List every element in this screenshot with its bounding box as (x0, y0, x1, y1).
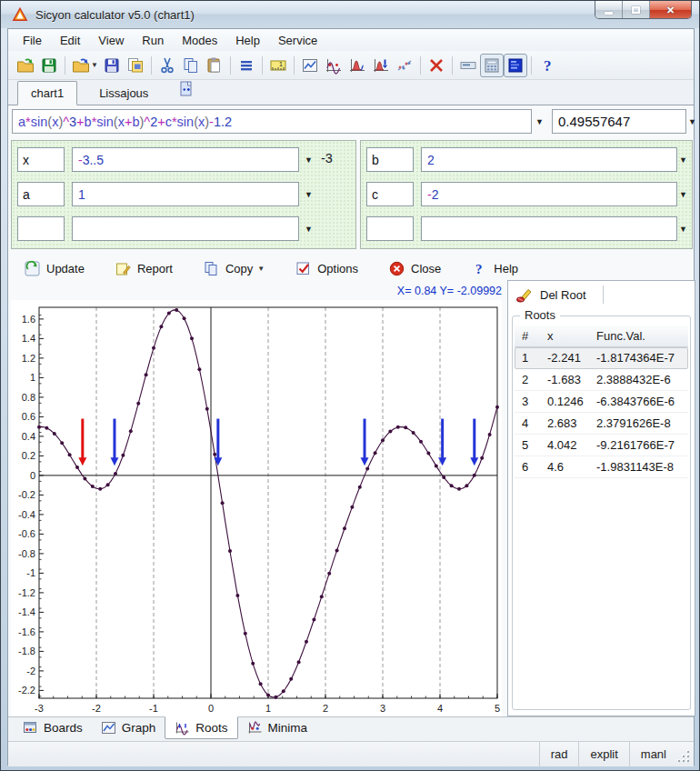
status-explicit-mode: explit (578, 742, 628, 766)
find-extrema-icon[interactable] (345, 54, 369, 77)
close-chart-button[interactable]: Close (389, 261, 441, 276)
toolbar-separator (452, 56, 453, 75)
calculator-panel-icon[interactable] (480, 54, 504, 77)
root-row-3[interactable]: 30.1246-6.3843766E-6 (515, 391, 688, 413)
svg-text:?: ? (475, 262, 483, 276)
copy-button[interactable]: Copy ▼ (204, 261, 265, 276)
root-row-2[interactable]: 2-1.6832.3888432E-6 (515, 369, 688, 391)
var-value-field[interactable]: -3..5 (72, 147, 299, 172)
new-chart-icon[interactable] (177, 80, 195, 101)
toggle-ribbon-icon[interactable] (456, 54, 480, 77)
var-dropdown-icon[interactable]: ▼ (679, 190, 687, 199)
minimize-button[interactable] (595, 1, 623, 19)
minima-icon (247, 720, 263, 736)
var-value-field[interactable] (72, 216, 299, 241)
update-button[interactable]: Update (25, 261, 85, 276)
find-roots-icon[interactable] (322, 54, 345, 77)
var-name-field[interactable]: c (366, 182, 414, 206)
svg-text:1.2: 1.2 (22, 353, 35, 364)
svg-text:0: 0 (30, 470, 35, 481)
options-button[interactable]: Options (295, 261, 358, 276)
toolbar-separator (230, 56, 231, 75)
result-field[interactable]: 0.49557647 (552, 109, 686, 134)
tab-lissajous[interactable]: Lissajous (86, 82, 161, 105)
svg-text:0.4: 0.4 (22, 431, 35, 442)
menu-edit[interactable]: Edit (51, 31, 89, 50)
action-button-row: Update Report Copy ▼ Options Close ? H (8, 253, 694, 284)
var-value-field[interactable]: 2 (421, 147, 677, 172)
root-row-6[interactable]: 64.6-1.9831143E-8 (515, 456, 688, 478)
svg-text:0.6: 0.6 (22, 411, 35, 422)
copy-icon (204, 261, 219, 276)
menu-help[interactable]: Help (226, 31, 269, 50)
curve-fit-icon[interactable] (393, 54, 416, 77)
maximize-button[interactable] (623, 1, 650, 19)
title-bar[interactable]: Sicyon calculator v5.0 (chart1) ✕ (1, 1, 699, 28)
save-icon[interactable] (37, 54, 61, 77)
root-row-4[interactable]: 42.6832.3791626E-8 (515, 413, 688, 435)
var-dropdown-icon[interactable]: ▼ (305, 225, 313, 234)
delete-icon[interactable] (425, 54, 448, 77)
copy-icon[interactable] (179, 54, 203, 77)
tab-minima[interactable]: Minima (238, 717, 317, 738)
paste-icon[interactable] (203, 54, 226, 77)
var-name-field[interactable] (17, 216, 65, 241)
var-name-field[interactable]: b (366, 147, 414, 172)
var-dropdown-icon[interactable]: ▼ (679, 155, 687, 165)
svg-text:5: 5 (495, 703, 500, 714)
open-icon[interactable] (14, 54, 37, 77)
result-dropdown-icon[interactable]: ▼ (688, 117, 696, 126)
var-name-field[interactable] (366, 216, 414, 241)
root-row-1[interactable]: 1-2.241-1.8174364E-7 (515, 347, 688, 369)
boards-panel-icon[interactable] (504, 54, 527, 77)
maximize-icon (632, 6, 640, 14)
cut-icon[interactable] (155, 54, 179, 77)
open-chart-icon[interactable] (69, 54, 93, 77)
insert-plot-icon[interactable] (298, 54, 322, 77)
svg-text:-2.2: -2.2 (18, 685, 35, 696)
var-dropdown-icon[interactable]: ▼ (305, 190, 313, 199)
var-dropdown-icon[interactable]: ▼ (305, 155, 313, 165)
var-value-field[interactable]: 1 (72, 182, 299, 206)
var-name-field[interactable]: x (17, 147, 65, 172)
tab-roots[interactable]: Roots (165, 716, 237, 739)
menu-service[interactable]: Service (269, 31, 326, 50)
copy-dropdown-icon[interactable]: ▼ (257, 265, 265, 273)
roots-group-title: Roots (520, 308, 560, 322)
var-value-field[interactable] (421, 216, 677, 241)
integrate-icon[interactable] (369, 54, 393, 77)
resize-grip[interactable] (679, 752, 691, 764)
var-value-field[interactable]: -2 (421, 182, 677, 206)
tab-boards[interactable]: Boards (14, 717, 92, 738)
toolbar-separator (262, 56, 263, 75)
root-row-5[interactable]: 54.042-9.2161766E-7 (515, 435, 688, 456)
var-dropdown-icon[interactable]: ▼ (679, 225, 687, 234)
save-chart-icon[interactable] (100, 54, 124, 77)
help-icon[interactable]: ? (535, 54, 559, 77)
var-name-field[interactable]: a (17, 182, 65, 206)
open-chart-dropdown-icon[interactable]: ▼ (91, 61, 98, 69)
paste-special-icon[interactable] (124, 54, 147, 77)
units-icon[interactable]: 1 (266, 54, 290, 77)
svg-text:-1.8: -1.8 (18, 646, 35, 656)
menu-run[interactable]: Run (133, 31, 173, 50)
tab-graph[interactable]: Graph (92, 717, 165, 738)
formula-input[interactable]: a*sin(x)^3+b*sin(x+b)^2+c*sin(x)-1.2 (12, 109, 532, 134)
svg-text:3: 3 (380, 703, 385, 714)
tab-chart1[interactable]: chart1 (17, 81, 77, 105)
report-icon (115, 261, 131, 276)
variables-group-left: x -3..5 ▼ -3 a 1 ▼ ▼ (11, 140, 356, 249)
report-button[interactable]: Report (115, 261, 173, 276)
menu-file[interactable]: File (14, 31, 51, 50)
align-boards-icon[interactable] (235, 54, 258, 77)
del-root-icon[interactable] (515, 286, 533, 304)
close-button[interactable]: ✕ (650, 1, 691, 19)
formula-dropdown-icon[interactable]: ▼ (535, 117, 544, 126)
help-button[interactable]: ? Help (472, 261, 518, 276)
client-area: FileEditViewRunModesHelpService ▼ 1 (7, 28, 695, 766)
del-root-button[interactable]: Del Root (540, 288, 586, 302)
menu-view[interactable]: View (89, 31, 133, 50)
function-plot[interactable]: 1.61.41.210.80.60.40.20-0.2-0.4-0.6-0.8-… (11, 300, 502, 716)
menu-modes[interactable]: Modes (173, 31, 226, 50)
svg-text:1: 1 (265, 703, 271, 714)
